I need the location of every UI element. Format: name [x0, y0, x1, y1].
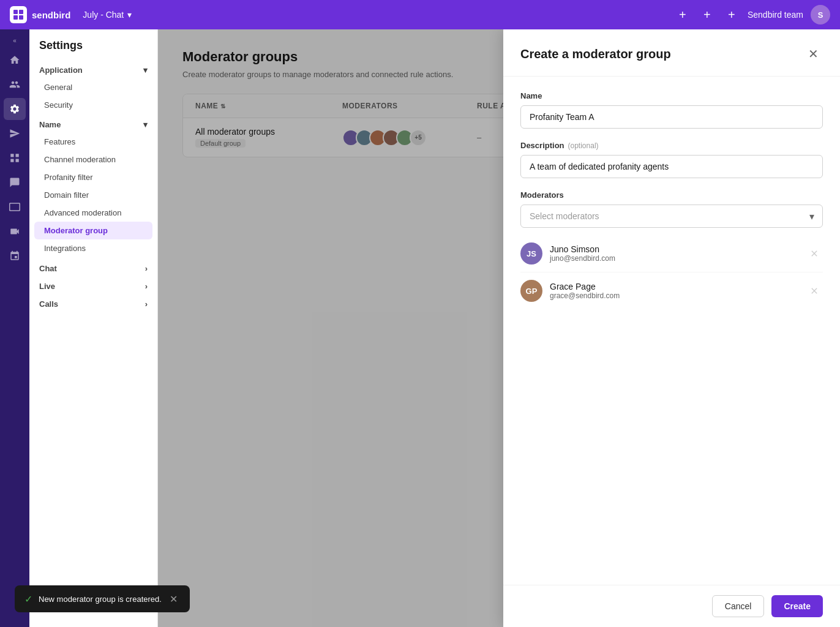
svg-rect-3 [19, 15, 23, 20]
icon-sidebar: « [0, 29, 29, 627]
nav-section-chat-header[interactable]: Chat › [29, 260, 157, 277]
nav-section-moderation-header[interactable]: Name ▾ [29, 116, 157, 133]
description-form-group: Description (optional) [520, 141, 823, 178]
plus-button-2[interactable]: + [699, 6, 716, 23]
chevron-right-icon: › [145, 264, 148, 273]
create-moderator-group-modal: Create a moderator group ✕ Name Descript… [503, 29, 840, 627]
logo: sendbird [10, 6, 70, 23]
moderator-avatar-juno: JS [520, 242, 542, 265]
nav-item-features[interactable]: Features [29, 133, 157, 151]
svg-rect-0 [13, 10, 18, 14]
svg-rect-1 [19, 10, 23, 14]
main-content: Moderator groups Create moderator groups… [158, 29, 840, 627]
svg-rect-2 [13, 15, 18, 20]
toast-success-icon: ✓ [24, 593, 32, 605]
create-button[interactable]: Create [771, 595, 823, 617]
app-switcher[interactable]: July - Chat ▾ [78, 7, 137, 22]
sidebar-icon-home[interactable] [4, 49, 26, 71]
nav-section-application-label: Application [39, 66, 83, 75]
name-label: Name [520, 91, 823, 100]
chevron-down-icon: ▾ [143, 120, 148, 129]
plus-button-3[interactable]: + [723, 6, 740, 23]
modal-title: Create a moderator group [520, 47, 671, 61]
sidebar-icon-users[interactable] [4, 73, 26, 96]
moderators-select-wrapper: Select moderators ▾ [520, 205, 823, 228]
nav-section-calls-label: Calls [39, 299, 58, 309]
app-name: July - Chat [83, 10, 124, 20]
moderator-name-grace: Grace Page [550, 282, 798, 291]
chevron-down-icon: ▾ [127, 10, 132, 20]
nav-section-chat-label: Chat [39, 264, 57, 273]
optional-badge: (optional) [568, 141, 599, 150]
toast-close-button[interactable]: ✕ [168, 593, 180, 605]
moderator-item-juno: JS Juno Simson juno@sendbird.com [520, 235, 823, 272]
sidebar-icon-send[interactable] [4, 122, 26, 145]
moderator-email-juno: juno@sendbird.com [550, 254, 798, 263]
nav-section-calls-header[interactable]: Calls › [29, 295, 157, 313]
nav-item-integrations[interactable]: Integrations [29, 239, 157, 257]
nav-item-profanity-filter[interactable]: Profanity filter [29, 168, 157, 186]
moderator-info-juno: Juno Simson juno@sendbird.com [550, 244, 798, 263]
name-input[interactable] [520, 105, 823, 129]
chevron-right-icon: › [145, 299, 148, 309]
modal-close-button[interactable]: ✕ [803, 44, 823, 64]
moderator-email-grace: grace@sendbird.com [550, 291, 798, 300]
modal-footer: Cancel Create [503, 585, 840, 627]
cancel-button[interactable]: Cancel [712, 595, 765, 617]
nav-sidebar: Settings Application ▾ General Security … [29, 29, 158, 627]
description-input[interactable] [520, 155, 823, 178]
nav-section-application-header[interactable]: Application ▾ [29, 62, 157, 78]
moderator-list: JS Juno Simson juno@sendbird.com GP [520, 235, 823, 309]
plus-button-1[interactable]: + [674, 6, 691, 23]
sidebar-icon-pin[interactable] [4, 245, 26, 267]
name-form-group: Name [520, 91, 823, 129]
nav-section-live-header[interactable]: Live › [29, 277, 157, 295]
nav-item-domain-filter[interactable]: Domain filter [29, 186, 157, 204]
chevron-right-icon: › [145, 282, 148, 291]
nav-item-security[interactable]: Security [29, 96, 157, 114]
sidebar-icon-comment[interactable] [4, 171, 26, 193]
nav-section-application: Application ▾ General Security [29, 62, 157, 114]
modal-body: Name Description (optional) Moderators [503, 77, 840, 585]
modal-header: Create a moderator group ✕ [503, 29, 840, 77]
team-name: Sendbird team [748, 10, 803, 20]
nav-section-live-label: Live [39, 282, 55, 291]
moderator-name-juno: Juno Simson [550, 244, 798, 254]
toast-message: New moderator group is createred. [39, 595, 162, 604]
sidebar-icon-settings[interactable] [4, 98, 26, 120]
remove-moderator-grace-button[interactable] [806, 282, 823, 299]
moderators-label: Moderators [520, 190, 823, 200]
toast-notification: ✓ New moderator group is createred. ✕ [15, 585, 190, 612]
nav-section-moderation-label: Name [39, 120, 61, 129]
top-navigation: sendbird July - Chat ▾ + + + Sendbird te… [0, 0, 840, 29]
sidebar-icon-chat[interactable] [4, 196, 26, 218]
nav-section-moderation: Name ▾ Features Channel moderation Profa… [29, 116, 157, 257]
remove-moderator-juno-button[interactable] [806, 245, 823, 262]
sidebar-icon-video[interactable] [4, 220, 26, 242]
logo-icon [10, 6, 27, 23]
moderators-select[interactable]: Select moderators [520, 205, 823, 228]
moderator-avatar-grace: GP [520, 280, 542, 302]
collapse-button[interactable]: « [4, 34, 26, 47]
sidebar-icon-grid[interactable] [4, 147, 26, 169]
description-label: Description (optional) [520, 141, 823, 150]
nav-item-advanced-moderation[interactable]: Advanced moderation [29, 204, 157, 222]
moderator-item-grace: GP Grace Page grace@sendbird.com [520, 272, 823, 309]
moderators-form-group: Moderators Select moderators ▾ JS Juno S… [520, 190, 823, 309]
user-avatar[interactable]: S [811, 5, 830, 24]
settings-title: Settings [29, 39, 157, 62]
logo-text: sendbird [32, 10, 70, 20]
nav-item-moderator-group[interactable]: Moderator group [34, 222, 152, 239]
chevron-down-icon: ▾ [143, 66, 148, 75]
nav-item-general[interactable]: General [29, 78, 157, 96]
moderator-info-grace: Grace Page grace@sendbird.com [550, 282, 798, 300]
nav-item-channel-moderation[interactable]: Channel moderation [29, 151, 157, 168]
